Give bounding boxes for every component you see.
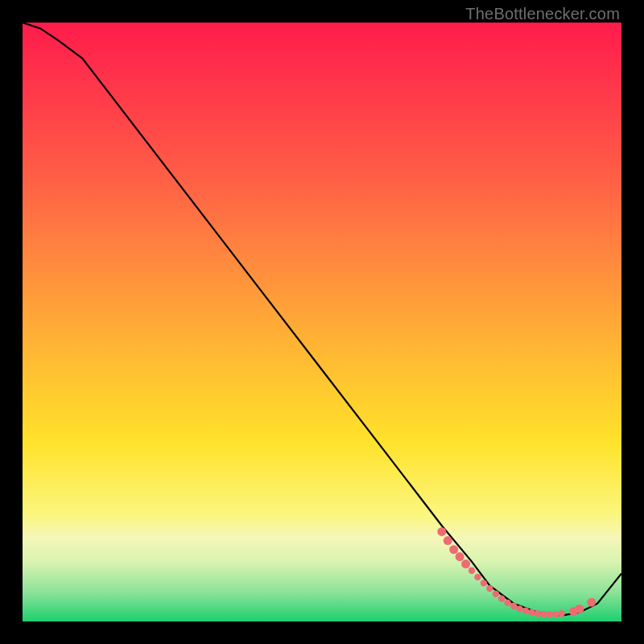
marker-dot (504, 600, 510, 606)
marker-dot (481, 580, 487, 586)
marker-dot (510, 603, 517, 609)
marker-dot (522, 607, 529, 613)
marker-dot (587, 598, 596, 607)
marker-dot (469, 568, 475, 574)
marker-dot (444, 536, 452, 545)
marker-dot (449, 545, 458, 554)
marker-dot (575, 605, 584, 613)
marker-dot (498, 596, 505, 602)
plot-area (23, 23, 621, 621)
marker-dot (516, 605, 522, 612)
marker-dot (461, 559, 470, 568)
chart-frame: TheBottlenecker.com (0, 0, 644, 644)
chart-svg (23, 23, 621, 621)
marker-dot (547, 611, 553, 617)
marker-dot (437, 527, 446, 536)
marker-dot (474, 574, 481, 580)
marker-dot (558, 610, 564, 617)
marker-dot (540, 611, 547, 617)
marker-dot (535, 610, 541, 617)
marker-dot (493, 591, 499, 597)
marker-dot (486, 585, 493, 592)
attribution-text: TheBottlenecker.com (465, 5, 620, 23)
bottleneck-curve-line (23, 23, 621, 616)
marker-dot (528, 609, 535, 616)
marker-dot (456, 552, 464, 561)
marker-dot (552, 611, 559, 617)
